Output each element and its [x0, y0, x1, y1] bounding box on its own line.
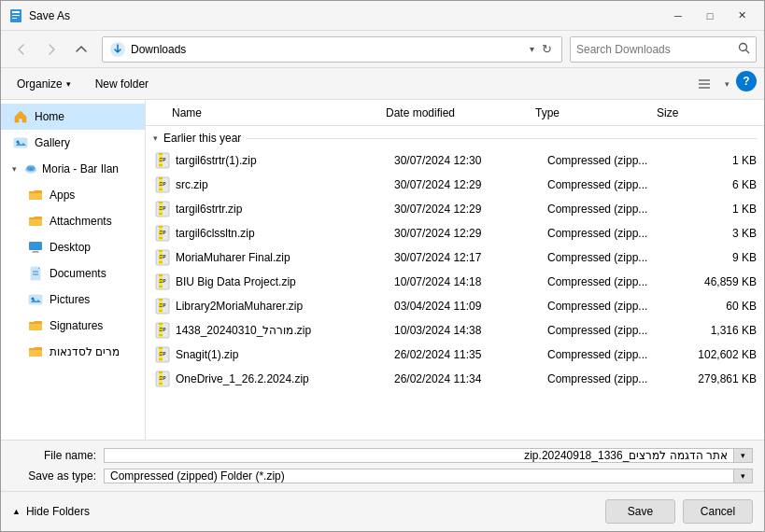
sidebar-item-apps[interactable]: Apps [1, 182, 145, 208]
filename-input[interactable] [105, 449, 733, 462]
close-button[interactable]: ✕ [727, 5, 757, 27]
zip-file-icon: ZIP [153, 273, 172, 291]
hide-folders-button[interactable]: ▲ Hide Folders [12, 505, 598, 518]
savetype-dropdown-button[interactable]: ▾ [733, 469, 752, 483]
address-dropdown-button[interactable]: ▾ [526, 44, 538, 54]
sidebar-item-desktop[interactable]: Desktop [1, 234, 145, 260]
file-size: 1 KB [673, 154, 757, 167]
filename-label: File name: [12, 449, 96, 462]
address-bar[interactable]: Downloads ▾ ↻ [102, 36, 562, 63]
sidebar-item-pictures-label: Pictures [50, 293, 90, 306]
search-bar[interactable] [570, 36, 757, 63]
sidebar-item-moria-label: Moria - Bar Ilan [42, 162, 119, 175]
window-controls: ─ □ ✕ [663, 5, 757, 27]
svg-rect-1 [12, 11, 20, 13]
svg-rect-53 [159, 234, 163, 236]
sidebar-item-pictures[interactable]: Pictures [1, 287, 145, 313]
file-size: 279,861 KB [673, 372, 757, 385]
svg-rect-51 [159, 229, 163, 231]
table-row[interactable]: ZIP targil6strtr(1).zip 30/07/2024 12:30… [146, 148, 764, 173]
svg-rect-54 [159, 237, 163, 239]
up-button[interactable] [68, 36, 94, 63]
sidebar-item-attachments-label: Attachments [50, 215, 112, 228]
file-name: Snagit(1).zip [176, 348, 390, 361]
help-label: ? [743, 75, 749, 88]
zip-file-icon: ZIP [153, 248, 172, 267]
back-button[interactable] [8, 36, 35, 63]
sidebar-item-documents-label: Documents [50, 267, 106, 280]
sidebar-item-signatures[interactable]: Signatures [1, 313, 145, 339]
table-row[interactable]: ZIP BIU Big Data Project.zip 10/07/2024 … [146, 270, 764, 294]
refresh-button[interactable]: ↻ [538, 42, 556, 56]
file-type: Compressed (zipp... [547, 348, 669, 361]
file-type: Compressed (zipp... [547, 251, 669, 264]
organize-button[interactable]: Organize ▾ [8, 72, 79, 96]
svg-rect-28 [159, 159, 163, 161]
cloud-icon [23, 161, 38, 178]
svg-rect-98 [159, 371, 163, 373]
file-date: 26/02/2024 11:35 [394, 348, 544, 361]
documents-icon [27, 265, 44, 282]
svg-rect-100 [159, 377, 163, 379]
dialog-icon [8, 8, 23, 23]
filename-dropdown-button[interactable]: ▾ [733, 449, 752, 462]
search-button[interactable] [738, 42, 750, 57]
sidebar-item-moria[interactable]: ▾ Moria - Bar Ilan [1, 156, 145, 182]
file-type: Compressed (zipp... [547, 324, 669, 337]
cancel-button[interactable]: Cancel [683, 499, 753, 524]
svg-rect-84 [159, 329, 163, 330]
file-date: 26/02/2024 11:34 [394, 372, 544, 385]
pictures-icon [27, 291, 44, 308]
sidebar-item-attachments[interactable]: Attachments [1, 208, 145, 234]
file-name: targil6clssltn.zip [176, 227, 390, 240]
cancel-label: Cancel [701, 505, 735, 518]
table-row[interactable]: ZIP Library2MoriaMuharer.zip 03/04/2024 … [146, 294, 764, 318]
table-row[interactable]: ZIP 1438_20240310_מורהל.zip 10/03/2024 1… [146, 318, 764, 343]
sidebar-item-home-label: Home [35, 110, 64, 123]
table-row[interactable]: ZIP src.zip 30/07/2024 12:29 Compressed … [146, 173, 764, 197]
table-row[interactable]: ZIP targil6clssltn.zip 30/07/2024 12:29 … [146, 221, 764, 245]
view-options-button[interactable] [691, 71, 717, 97]
svg-rect-21 [29, 295, 42, 304]
file-date: 10/03/2024 14:38 [394, 324, 544, 337]
zip-file-icon: ZIP [153, 345, 172, 364]
group-expand-icon[interactable]: ▾ [153, 133, 158, 143]
col-size-header[interactable]: Size [657, 106, 741, 119]
table-row[interactable]: ZIP OneDrive_1_26.2.2024.zip 26/02/2024 … [146, 367, 764, 391]
table-row[interactable]: ZIP Snagit(1).zip 26/02/2024 11:35 Compr… [146, 343, 764, 367]
svg-rect-82 [159, 323, 163, 325]
svg-point-5 [740, 43, 747, 50]
sidebar-item-home[interactable]: Home [1, 104, 145, 130]
filename-row: File name: ▾ [12, 448, 753, 463]
help-button[interactable]: ? [736, 71, 757, 91]
file-list[interactable]: ▾ Earlier this year ZIP targil6strtr(1).… [146, 126, 764, 440]
col-date-header[interactable]: Date modified [386, 106, 535, 119]
col-name-header[interactable]: Name [172, 106, 386, 119]
save-button[interactable]: Save [605, 499, 675, 524]
file-size: 3 KB [673, 227, 757, 240]
svg-rect-77 [159, 307, 163, 309]
sidebar-item-gallery[interactable]: Gallery [1, 130, 145, 156]
col-type-header[interactable]: Type [535, 106, 657, 119]
svg-rect-85 [159, 331, 163, 333]
search-input[interactable] [576, 43, 738, 56]
zip-file-icon: ZIP [153, 151, 172, 170]
svg-rect-59 [159, 253, 163, 255]
sidebar-item-signatures-label: Signatures [50, 319, 103, 332]
file-size: 6 KB [673, 178, 757, 191]
sidebar-item-documents[interactable]: Documents [1, 260, 145, 287]
svg-rect-74 [159, 299, 163, 301]
svg-rect-35 [159, 180, 163, 182]
file-size: 9 KB [673, 251, 757, 264]
table-row[interactable]: ZIP targil6strtr.zip 30/07/2024 12:29 Co… [146, 197, 764, 221]
maximize-button[interactable]: □ [695, 5, 725, 27]
table-row[interactable]: ZIP MoriaMuharer Final.zip 30/07/2024 12… [146, 245, 764, 270]
minimize-button[interactable]: ─ [663, 5, 693, 27]
svg-rect-66 [159, 274, 163, 276]
view-dropdown-button[interactable]: ▾ [719, 71, 734, 97]
hide-folders-icon: ▲ [12, 507, 21, 516]
forward-button[interactable] [38, 36, 64, 63]
new-folder-button[interactable]: New folder [87, 72, 157, 96]
sidebar-item-meramlsadanot[interactable]: מרים לסדנאות [1, 339, 145, 365]
svg-rect-83 [159, 326, 163, 328]
